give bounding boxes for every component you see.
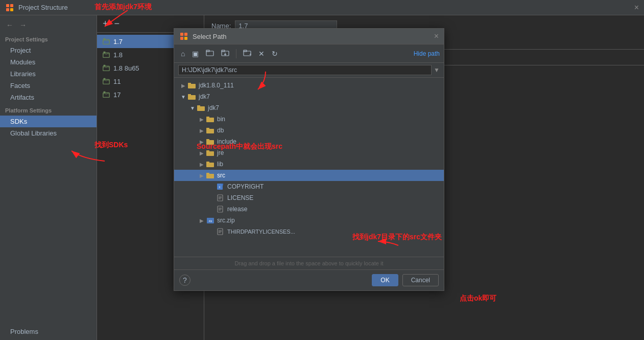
cancel-button[interactable]: Cancel (402, 274, 439, 286)
add-jdk-button[interactable]: + (100, 17, 111, 30)
sidebar-item-problems[interactable]: Problems (0, 326, 97, 337)
zip-icon: zip (206, 216, 215, 224)
help-button[interactable]: ? (179, 275, 190, 286)
chevron-icon: ▶ (198, 150, 206, 156)
tree-item-jdk7-top[interactable]: ▼ jdk7 (174, 91, 444, 102)
chevron-down-icon: ▼ (179, 94, 187, 100)
sidebar-item-sdks[interactable]: SDKs (0, 116, 97, 127)
sidebar-item-libraries[interactable]: Libraries (0, 68, 97, 80)
delete-button[interactable]: ✕ (256, 49, 267, 59)
sidebar-item-facets[interactable]: Facets (0, 80, 97, 92)
open-folder-button[interactable] (219, 48, 232, 59)
svg-rect-41 (206, 151, 214, 156)
svg-rect-7 (104, 52, 106, 54)
new-folder-button[interactable] (203, 48, 217, 59)
select-path-dialog: Select Path × ⌂ ▣ + ✕ ↻ (174, 28, 444, 291)
svg-rect-43 (206, 163, 214, 167)
chevron-down-icon: ▼ (188, 105, 197, 111)
chevron-icon: ▶ (198, 162, 206, 167)
create-folder-button[interactable]: + (241, 48, 254, 59)
project-settings-label: Project Settings (0, 32, 97, 44)
dialog-help: ? (179, 274, 190, 286)
dialog-close-button[interactable]: × (434, 32, 439, 41)
tree-item-release[interactable]: ▶ release (174, 203, 444, 215)
path-dropdown-button[interactable]: ▼ (434, 66, 440, 74)
sidebar-item-project[interactable]: Project (0, 44, 97, 56)
tree-item-src[interactable]: ▶ src (174, 170, 444, 181)
file-icon (216, 194, 225, 202)
tree-item-license[interactable]: ▶ LICENSE (174, 192, 444, 203)
svg-rect-34 (197, 105, 200, 107)
svg-rect-39 (206, 140, 214, 145)
svg-rect-18 (180, 33, 183, 36)
tree-item-include[interactable]: ▶ include (174, 136, 444, 147)
ok-button[interactable]: OK (372, 274, 398, 286)
folder-icon (206, 160, 215, 168)
sidebar: ← → Project Settings Project Modules Lib… (0, 15, 97, 340)
svg-rect-13 (104, 92, 106, 94)
remove-jdk-button[interactable]: − (112, 17, 123, 30)
svg-rect-44 (206, 162, 209, 163)
file-icon (216, 228, 225, 236)
home-button[interactable]: ⌂ (178, 49, 187, 59)
close-button[interactable]: × (634, 3, 639, 12)
sidebar-item-modules[interactable]: Modules (0, 56, 97, 68)
svg-rect-1 (10, 4, 13, 7)
path-breadcrumb-input[interactable] (178, 65, 432, 75)
svg-rect-2 (6, 8, 9, 11)
chevron-icon: ▶ (198, 117, 206, 122)
svg-rect-29 (188, 84, 196, 88)
title-bar: Project Structure × (0, 0, 644, 15)
chevron-icon: ▶ (198, 128, 206, 133)
folder-icon (197, 104, 206, 112)
file-x-icon: X (216, 183, 225, 191)
svg-rect-40 (206, 139, 209, 141)
tree-item-copyright[interactable]: ▶ X COPYRIGHT (174, 181, 444, 192)
chevron-icon: ▶ (198, 218, 206, 223)
svg-rect-19 (184, 33, 187, 36)
svg-rect-30 (188, 83, 191, 84)
svg-text:zip: zip (209, 219, 212, 222)
sidebar-nav: ← → (0, 18, 97, 32)
svg-rect-37 (206, 129, 214, 133)
folder-icon (187, 93, 197, 101)
back-button[interactable]: ← (4, 20, 15, 30)
path-breadcrumb: ▼ (174, 63, 444, 78)
folder-icon (206, 115, 215, 123)
svg-rect-32 (188, 94, 191, 96)
tree-item-jdk180111[interactable]: ▶ jdk1.8.0_111 (174, 80, 444, 91)
hide-path-button[interactable]: Hide path (414, 50, 440, 57)
dialog-toolbar: ⌂ ▣ + ✕ ↻ Hide path (174, 44, 444, 63)
title-text: Project Structure (18, 4, 68, 11)
svg-rect-35 (206, 118, 214, 122)
folder-icon (206, 138, 215, 146)
app-icon (5, 3, 14, 12)
dialog-app-icon (179, 32, 188, 41)
forward-button[interactable]: → (17, 20, 29, 30)
svg-rect-5 (104, 38, 106, 40)
sidebar-item-artifacts[interactable]: Artifacts (0, 92, 97, 103)
tree-item-jre[interactable]: ▶ jre (174, 147, 444, 158)
svg-rect-31 (188, 95, 196, 100)
tree-item-bin[interactable]: ▶ bin (174, 114, 444, 125)
tree-item-db[interactable]: ▶ db (174, 125, 444, 136)
svg-rect-45 (206, 174, 214, 178)
tree-item-lib[interactable]: ▶ lib (174, 158, 444, 170)
refresh-button[interactable]: ↻ (269, 49, 280, 59)
sidebar-item-global-libraries[interactable]: Global Libraries (0, 127, 97, 139)
tree-item-srczip[interactable]: ▶ zip src.zip (174, 215, 444, 226)
chevron-icon: ▶ (179, 83, 187, 88)
dialog-buttons: ? OK Cancel (174, 269, 444, 290)
desktop-button[interactable]: ▣ (189, 49, 201, 59)
tree-item-jdk7-sub[interactable]: ▼ jdk7 (174, 102, 444, 114)
dialog-title-bar: Select Path × (174, 29, 444, 44)
platform-settings-label: Platform Settings (0, 103, 97, 116)
svg-rect-3 (10, 8, 13, 11)
svg-rect-38 (206, 128, 209, 129)
svg-rect-9 (104, 65, 106, 67)
toolbar-separator-1 (236, 49, 236, 58)
dialog-title: Select Path (193, 33, 434, 40)
folder-icon (206, 149, 215, 157)
tree-item-thirdparty[interactable]: ▶ THIRDPARTYLICENSES... (174, 226, 444, 237)
folder-icon (206, 171, 215, 179)
